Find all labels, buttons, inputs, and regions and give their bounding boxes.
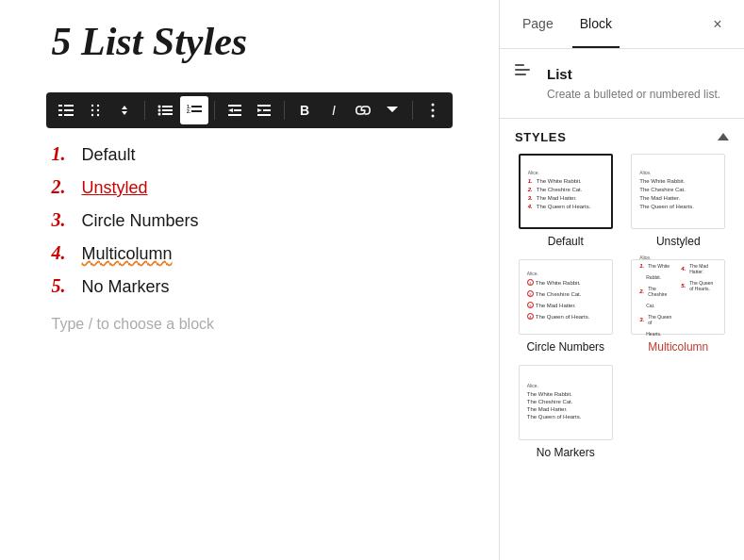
toolbar-drag-btn[interactable] [81,96,109,124]
svg-rect-21 [191,110,202,112]
toolbar-ordered-list-btn[interactable]: 1. 2. [180,96,208,124]
toolbar-link-btn[interactable] [349,96,377,124]
style-preview-default: Alice. 1.The White Rabbit. 2.The Cheshir… [519,154,613,229]
toolbar-options-btn[interactable] [419,96,447,124]
style-item-unstyled[interactable]: Alice. The White Rabbit. The Cheshire Ca… [628,154,730,248]
toolbar-move-btn[interactable] [110,96,139,124]
svg-rect-0 [58,105,62,107]
toolbar-group-indent [221,96,278,124]
list-number-3: 3. [52,209,82,231]
style-item-multicolumn[interactable]: Alice. 1.The White Rabbit. 2.The Cheshir… [628,259,730,354]
toolbar-sep-1 [144,101,145,120]
style-label-no-markers: No Markers [537,446,595,459]
svg-point-16 [158,113,161,116]
svg-point-7 [97,105,99,107]
style-label-unstyled: Unstyled [656,235,701,248]
list-item: 4. Multicolumn [52,242,448,264]
svg-rect-19 [191,106,202,107]
svg-point-11 [97,114,99,116]
style-label-circle-numbers: Circle Numbers [526,340,604,354]
list-icon [515,64,537,83]
toolbar-list-indent-btn[interactable] [52,96,80,124]
style-preview-multicolumn: Alice. 1.The White Rabbit. 2.The Cheshir… [631,259,725,335]
svg-rect-4 [64,109,74,111]
toolbar-more-btn[interactable] [378,96,406,124]
styles-collapse-icon[interactable] [718,133,729,140]
svg-rect-3 [64,105,74,107]
svg-rect-26 [263,109,271,111]
list-number-2: 2. [52,176,82,198]
list-text-5: No Markers [82,277,170,297]
svg-rect-22 [228,105,241,107]
toolbar-sep-3 [284,101,285,120]
style-preview-no-markers: Alice. The White Rabbit. The Cheshire Ca… [519,365,613,440]
list-text-1: Default [82,145,136,165]
style-item-circle-numbers[interactable]: Alice. 1 The White Rabbit. 2 The Cheshir… [515,259,617,354]
list-item: 2. Unstyled [52,176,448,198]
tab-page[interactable]: Page [515,1,561,48]
panel-header: Page Block × [500,0,744,49]
style-label-multicolumn: Multicolumn [648,340,708,354]
icon-line-3 [515,74,526,75]
toolbar-indent-btn[interactable] [250,96,278,124]
block-info-header: List [515,64,729,83]
style-preview-unstyled: Alice. The White Rabbit. The Cheshire Ca… [631,154,725,229]
svg-text:2.: 2. [187,108,191,114]
right-panel: Page Block × List Create a bulleted or n… [499,0,744,560]
page-title: 5 List Styles [52,19,448,64]
svg-rect-15 [162,109,173,111]
tab-block[interactable]: Block [572,1,620,48]
svg-rect-25 [257,105,271,107]
styles-grid: Alice. 1.The White Rabbit. 2.The Cheshir… [515,154,729,459]
list-block[interactable]: 1. Default 2. Unstyled 3. Circle Numbers… [33,143,467,333]
list-number-1: 1. [52,143,82,165]
toolbar-italic-btn[interactable]: I [320,96,348,124]
close-button[interactable]: × [706,13,729,36]
toolbar-bold-btn[interactable]: B [290,96,319,124]
list-text-2: Unstyled [82,178,148,198]
svg-point-14 [158,109,161,112]
svg-point-12 [158,106,161,108]
svg-rect-23 [234,109,241,111]
type-hint: Type / to choose a block [52,316,448,333]
style-item-default[interactable]: Alice. 1.The White Rabbit. 2.The Cheshir… [515,154,617,248]
block-toolbar: 1. 2. [46,92,453,128]
list-text-3: Circle Numbers [82,211,199,231]
toolbar-group-list: 1. 2. [151,96,208,124]
svg-point-6 [91,105,93,107]
block-desc: Create a bulleted or numbered list. [547,87,729,103]
list-text-4: Multicolumn [82,244,173,264]
svg-point-10 [91,114,93,116]
svg-point-9 [97,109,99,111]
toolbar-sep-2 [214,101,215,120]
style-preview-circle-numbers: Alice. 1 The White Rabbit. 2 The Cheshir… [519,259,613,335]
svg-point-8 [91,109,93,111]
toolbar-bullet-list-btn[interactable] [151,96,179,124]
toolbar-group-nav [52,96,139,124]
block-info: List Create a bulleted or numbered list. [500,49,744,119]
svg-rect-1 [58,109,62,111]
icon-line-1 [515,64,524,66]
svg-rect-2 [58,114,62,116]
svg-point-29 [432,104,435,107]
svg-rect-27 [257,114,271,116]
svg-point-31 [432,115,435,118]
icon-line-2 [515,69,530,71]
styles-title: Styles [515,130,566,144]
ordered-list: 1. Default 2. Unstyled 3. Circle Numbers… [52,143,448,297]
svg-rect-5 [64,114,74,116]
svg-rect-17 [162,113,173,115]
svg-rect-13 [162,106,173,107]
style-item-no-markers[interactable]: Alice. The White Rabbit. The Cheshire Ca… [515,365,617,459]
list-number-4: 4. [52,242,82,264]
svg-rect-24 [228,114,241,116]
list-number-5: 5. [52,275,82,297]
block-name: List [547,66,572,82]
toolbar-outdent-btn[interactable] [221,96,249,124]
toolbar-group-format: B I [290,96,406,124]
editor-area: 5 List Styles [0,0,499,560]
styles-section: Styles Alice. 1.The White Rabbit. 2.The … [500,119,744,560]
styles-header: Styles [515,119,729,154]
svg-point-30 [432,109,435,112]
list-item: 3. Circle Numbers [52,209,448,231]
